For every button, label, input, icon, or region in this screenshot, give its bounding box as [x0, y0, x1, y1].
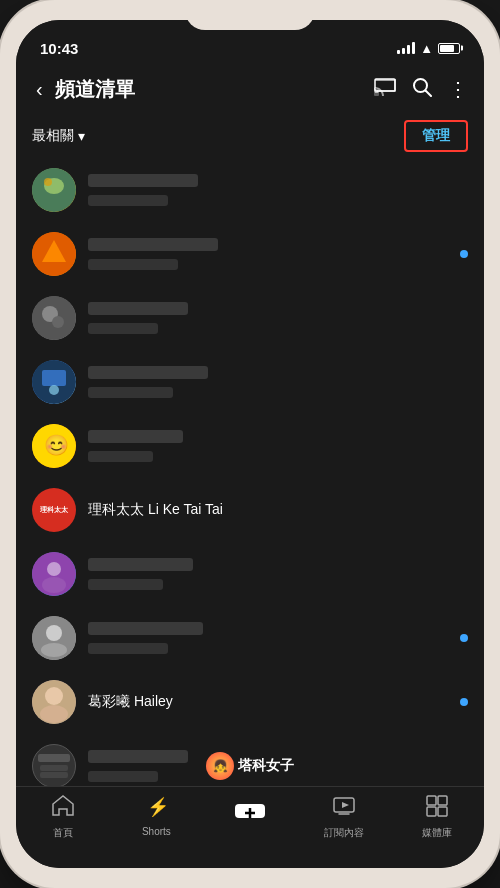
header: ‹ 頻道清單 ⋮ — [16, 64, 484, 114]
list-item[interactable] — [16, 158, 484, 222]
list-item[interactable] — [16, 222, 484, 286]
shorts-icon: ⚡ — [145, 795, 167, 823]
nav-shorts-label: Shorts — [142, 826, 171, 837]
avatar — [32, 680, 76, 724]
svg-point-18 — [47, 562, 61, 576]
nav-library-label: 媒體庫 — [422, 826, 452, 840]
home-icon — [52, 795, 74, 823]
avatar — [32, 360, 76, 404]
phone-screen: 10:43 ▲ ‹ 頻道清單 — [16, 20, 484, 868]
channel-sub — [88, 195, 168, 206]
header-actions: ⋮ — [374, 77, 468, 102]
nav-shorts[interactable]: ⚡ Shorts — [110, 795, 204, 837]
sort-arrow-icon: ▾ — [78, 128, 85, 144]
avatar — [32, 296, 76, 340]
avatar: 理科太太 — [32, 488, 76, 532]
channel-sub — [88, 579, 163, 590]
channel-name — [88, 174, 198, 187]
list-item[interactable] — [16, 542, 484, 606]
svg-point-24 — [45, 687, 63, 705]
list-item[interactable] — [16, 350, 484, 414]
sort-button[interactable]: 最相關 ▾ — [32, 127, 85, 145]
sub-header: 最相關 ▾ 管理 — [16, 114, 484, 158]
phone-frame: 10:43 ▲ ‹ 頻道清單 — [0, 0, 500, 888]
svg-point-11 — [52, 316, 64, 328]
avatar — [32, 552, 76, 596]
cast-icon[interactable] — [374, 78, 396, 101]
channel-info — [88, 174, 468, 206]
svg-point-6 — [44, 178, 52, 186]
new-content-dot — [460, 698, 468, 706]
svg-point-14 — [49, 385, 59, 395]
svg-marker-38 — [342, 802, 349, 808]
watermark-icon: 👧 — [206, 752, 234, 780]
notch — [185, 0, 315, 30]
channel-info — [88, 302, 468, 334]
svg-rect-40 — [427, 796, 436, 805]
channel-name: 葛彩曦 Hailey — [88, 693, 448, 711]
svg-text:⚡: ⚡ — [147, 796, 167, 817]
wifi-icon: ▲ — [420, 41, 433, 56]
status-time: 10:43 — [40, 40, 78, 57]
library-icon — [426, 795, 448, 823]
channel-name — [88, 366, 208, 379]
channel-info — [88, 430, 468, 462]
channel-info — [88, 238, 448, 270]
bottom-navigation: 首頁 ⚡ Shorts 訂閱內容 — [16, 786, 484, 868]
svg-text:😊: 😊 — [44, 433, 69, 457]
svg-point-22 — [41, 643, 67, 657]
channel-name — [88, 558, 193, 571]
channel-info: 理科太太 Li Ke Tai Tai — [88, 501, 468, 519]
new-content-dot — [460, 634, 468, 642]
list-item[interactable]: 理科太太 理科太太 Li Ke Tai Tai — [16, 478, 484, 542]
channel-name — [88, 430, 183, 443]
nav-subscriptions-label: 訂閱內容 — [324, 826, 364, 840]
nav-library[interactable]: 媒體庫 — [390, 795, 484, 840]
back-button[interactable]: ‹ — [32, 74, 47, 105]
watermark-text: 塔科女子 — [238, 757, 294, 775]
subscriptions-icon — [333, 795, 355, 823]
channel-name: 理科太太 Li Ke Tai Tai — [88, 501, 468, 519]
search-icon[interactable] — [412, 77, 432, 102]
list-item[interactable] — [16, 286, 484, 350]
avatar — [32, 168, 76, 212]
add-icon — [234, 795, 266, 833]
nav-home-label: 首頁 — [53, 826, 73, 840]
channel-sub — [88, 323, 158, 334]
list-item[interactable]: 😊 — [16, 414, 484, 478]
avatar — [32, 232, 76, 276]
channel-sub — [88, 771, 158, 782]
channel-sub — [88, 643, 168, 654]
page-title: 頻道清單 — [55, 76, 366, 103]
channel-name — [88, 302, 188, 315]
channel-info: 葛彩曦 Hailey — [88, 693, 448, 711]
status-icons: ▲ — [397, 41, 460, 56]
manage-button[interactable]: 管理 — [404, 120, 468, 152]
channel-name — [88, 750, 188, 763]
list-item[interactable]: 葛彩曦 Hailey — [16, 670, 484, 734]
battery-icon — [438, 43, 460, 54]
avatar — [32, 616, 76, 660]
more-icon[interactable]: ⋮ — [448, 77, 468, 101]
channel-sub — [88, 259, 178, 270]
svg-rect-41 — [438, 796, 447, 805]
channel-sub — [88, 387, 173, 398]
nav-home[interactable]: 首頁 — [16, 795, 110, 840]
list-item[interactable] — [16, 606, 484, 670]
nav-add[interactable] — [203, 795, 297, 833]
channel-info — [88, 558, 468, 590]
svg-rect-43 — [438, 807, 447, 816]
svg-point-21 — [46, 625, 62, 641]
watermark: 👧 塔科女子 — [206, 752, 294, 780]
channel-info — [88, 366, 468, 398]
channel-info — [88, 622, 448, 654]
svg-rect-42 — [427, 807, 436, 816]
signal-icon — [397, 42, 415, 54]
channel-name — [88, 238, 218, 251]
channel-list: 😊 理科太太 理科太太 Li Ke Tai Tai — [16, 158, 484, 786]
svg-point-19 — [42, 577, 66, 593]
svg-line-3 — [426, 90, 432, 96]
nav-subscriptions[interactable]: 訂閱內容 — [297, 795, 391, 840]
avatar: 😊 — [32, 424, 76, 468]
new-content-dot — [460, 250, 468, 258]
